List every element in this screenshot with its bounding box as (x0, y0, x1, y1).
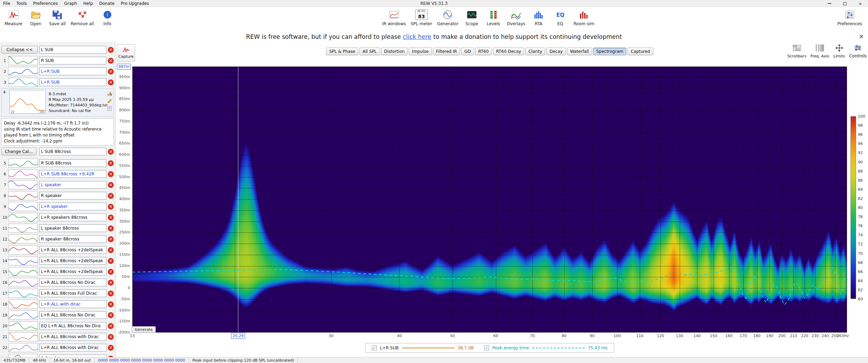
delete-measurement-button[interactable]: × (108, 204, 114, 210)
menu-preferences[interactable]: Preferences (30, 0, 61, 7)
collapse-button[interactable]: Collapse << (1, 46, 38, 54)
generate-button[interactable]: Generate (132, 326, 156, 333)
measurement-row[interactable]: 2L+R SUB× (1, 67, 114, 76)
delete-measurement-button[interactable]: × (108, 258, 114, 264)
close-button[interactable]: × (853, 0, 868, 7)
measurement-row[interactable]: 13L+R ALL 88cross +2delSpeak× (1, 245, 114, 255)
delete-measurement-button[interactable]: × (108, 79, 114, 85)
banner-close-icon[interactable]: × (859, 33, 864, 40)
measurement-row[interactable]: 8R speaker× (1, 191, 114, 201)
measurement-name-field[interactable]: L+R SUB 88cross +9,42R (39, 170, 106, 178)
tab-spl-phase[interactable]: SPL & Phase (326, 48, 358, 55)
delete-measurement-button[interactable]: × (108, 215, 114, 221)
toolbar-button-preferences[interactable]: Preferences (835, 8, 864, 26)
delete-measurement-button[interactable]: × (108, 160, 114, 166)
measurement-row[interactable]: 16L+R ALL 88cross No Dirac× (1, 278, 114, 287)
tab-captured[interactable]: Captured (628, 48, 653, 55)
maximize-button[interactable] (837, 0, 853, 7)
measurement-name-field[interactable]: R speaker (39, 192, 106, 200)
capture-button[interactable]: Capture (117, 44, 135, 62)
measurement-name-field[interactable]: R SUB (39, 57, 106, 64)
controls-button[interactable]: Controls (849, 43, 867, 58)
measurement-name-field[interactable]: R SUB 88cross (39, 159, 106, 167)
measurement-row[interactable]: 9L+R speaker× (1, 202, 114, 211)
measurement-row[interactable]: 12R speaker 88cross× (1, 234, 114, 244)
toolbar-button-overlays[interactable]: Overlays (504, 8, 528, 26)
view-button-scrollbars[interactable]: Scrollbars (787, 43, 806, 58)
measurement-name-field[interactable]: L+R SUB (39, 78, 106, 86)
measurement-row[interactable]: 10L+R speakers 88cross× (1, 212, 114, 222)
delete-measurement-button[interactable]: × (108, 334, 114, 340)
measurement-name-field[interactable]: L+R ALL 88cross with Dirac (39, 344, 106, 351)
tab-clarity[interactable]: Clarity (525, 48, 545, 55)
tab-gd[interactable]: GD (461, 48, 474, 55)
measurement-row[interactable]: 11L speaker 88cross× (1, 223, 114, 233)
view-button-freq-axis[interactable]: Freq. Axis (811, 43, 829, 58)
spectrogram-canvas[interactable] (132, 67, 847, 333)
measurement-name-field[interactable]: L+R ALL 88cross No Dirac (39, 311, 106, 319)
menu-donate[interactable]: Donate (96, 0, 118, 7)
measurement-row[interactable]: 17L+R ALL 88cross Full Dirac× (1, 288, 114, 298)
measurement-name-field[interactable]: 8-3.mdat (39, 355, 106, 357)
measurement-name-field[interactable]: L+R speakers 88cross (39, 214, 106, 221)
delete-measurement-button[interactable]: × (108, 280, 114, 286)
measurement-name-field[interactable]: L+R ALL with dirac (39, 300, 106, 308)
donation-link[interactable]: click here (403, 33, 432, 40)
measurement-name-field[interactable]: L SUB (39, 46, 106, 54)
measurement-row[interactable]: 18L+R ALL with dirac× (1, 299, 114, 309)
delete-measurement-button[interactable]: × (108, 58, 114, 64)
toolbar-button-generator[interactable]: Generator (435, 8, 461, 26)
view-button-limits[interactable]: Limits (833, 43, 845, 58)
measurement-name-field[interactable]: L SUB 88cross (39, 148, 106, 155)
toolbar-button-ir-windows[interactable]: IR windows (380, 8, 408, 26)
delete-measurement-button[interactable]: × (108, 193, 114, 199)
measurement-name-field[interactable]: L+R speaker (39, 203, 106, 210)
measurement-name-field[interactable]: L+R ALL 88cross +2delSpeak (39, 246, 106, 254)
tab-impulse[interactable]: Impulse (409, 48, 432, 55)
toolbar-button-room-sim[interactable]: Room sim (571, 8, 597, 26)
measurement-row[interactable]: 14L+R ALL 88cross +2delSpeak× (1, 256, 114, 266)
toolbar-button-rta[interactable]: RTA (528, 8, 550, 26)
selected-measurement-panel[interactable]: 4203008-3.mdat8 Μαρ 2025 1:35:59 μμMic/M… (1, 88, 114, 117)
delete-measurement-button[interactable]: × (108, 225, 114, 231)
menu-pro-upgrades[interactable]: Pro Upgrades (118, 0, 152, 7)
tab-distortion[interactable]: Distortion (381, 48, 408, 55)
measurement-row[interactable]: 22L+R ALL 88cross with Dirac× (1, 343, 114, 352)
measurement-name-field[interactable]: L speaker (39, 181, 106, 189)
measurement-row[interactable]: 5R SUB 88cross× (1, 158, 114, 168)
toolbar-button-levels[interactable]: Levels (483, 8, 504, 26)
legend-checkbox[interactable]: ✓ (372, 345, 377, 350)
menu-help[interactable]: Help (80, 0, 96, 7)
delete-measurement-button[interactable]: × (108, 312, 114, 318)
measurement-name-field[interactable]: L+R ALL 88cross +2delSpeak (39, 268, 106, 275)
measurement-row[interactable]: 19L+R ALL 88cross No Dirac× (1, 310, 114, 320)
measurement-row[interactable]: 1R SUB× (1, 56, 114, 65)
toolbar-button-save-all[interactable]: Save all (47, 8, 68, 26)
measurement-name-field[interactable]: L speaker 88cross (39, 224, 106, 232)
measurement-row[interactable]: 15L+R ALL 88cross +2delSpeak× (1, 267, 114, 277)
notes-icon[interactable] (107, 106, 112, 112)
chart-mini-icon[interactable] (107, 91, 112, 97)
toolbar-button-scope[interactable]: Scope (461, 8, 483, 26)
delete-measurement-button[interactable]: × (108, 171, 114, 177)
measurement-row[interactable]: 20EQ L+R ALL 88cross No Dira× (1, 321, 114, 331)
delete-measurement-button[interactable]: × (108, 247, 114, 253)
measurement-name-field[interactable]: L+R SUB (39, 68, 106, 75)
measurement-row[interactable]: 21L+R ALL 88cross with Dirac× (1, 332, 114, 342)
toolbar-button-info[interactable]: iInfo (97, 8, 118, 26)
delete-measurement-button[interactable]: × (108, 149, 114, 155)
measurement-name-field[interactable]: L+R ALL 88cross Full Dirac (39, 289, 106, 297)
legend-checkbox[interactable]: ✓ (484, 345, 489, 350)
delete-measurement-button[interactable]: × (108, 291, 114, 296)
delete-measurement-button[interactable]: × (108, 345, 114, 351)
measurement-name-field[interactable]: EQ L+R ALL 88cross No Dira (39, 322, 106, 330)
measurement-row[interactable]: 7L speaker× (1, 180, 114, 190)
menu-graph[interactable]: Graph (61, 0, 80, 7)
menu-file[interactable]: File (0, 0, 13, 7)
change-cal-button[interactable]: Change Cal... (1, 148, 36, 155)
delete-measurement-button[interactable]: × (108, 69, 114, 75)
tab-all-spl[interactable]: All SPL (359, 48, 380, 55)
delete-measurement-button[interactable]: × (108, 236, 114, 242)
toolbar-button-remove-all[interactable]: Remove all (68, 8, 97, 26)
y-axis-max-field[interactable]: 997m (117, 64, 131, 70)
